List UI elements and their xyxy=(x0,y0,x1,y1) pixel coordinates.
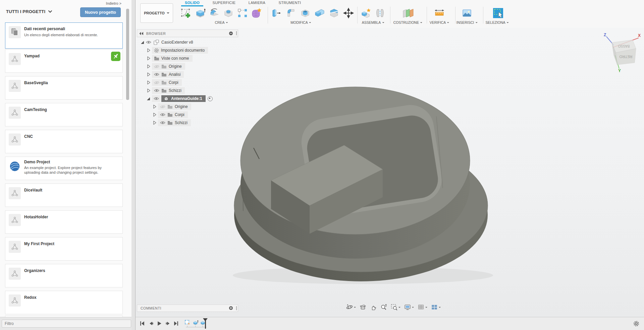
add-comment-icon[interactable] xyxy=(229,306,233,310)
eye-hidden-icon[interactable] xyxy=(154,81,159,85)
eye-visible-icon[interactable] xyxy=(160,121,165,124)
tab-strumenti[interactable]: STRUMENTI xyxy=(279,1,301,5)
create-sketch-button[interactable] xyxy=(180,7,192,19)
panel-grip[interactable] xyxy=(236,306,237,310)
tree-row-document-settings[interactable]: Impostazioni documento xyxy=(146,46,208,54)
collapse-panel-icon[interactable] xyxy=(139,32,144,36)
window-zoom-button[interactable] xyxy=(390,303,401,311)
group-label-inserisci[interactable]: INSERISCI xyxy=(457,20,478,24)
sidebar-scrollbar-thumb[interactable] xyxy=(126,9,129,100)
eye-visible-icon[interactable] xyxy=(154,97,159,100)
filter-input[interactable] xyxy=(2,320,131,328)
press-pull-button[interactable] xyxy=(271,7,282,19)
grid-layout-button[interactable] xyxy=(417,303,428,311)
back-link[interactable]: Indietro > xyxy=(106,1,121,5)
viewport-canvas[interactable]: BROWSER CasioExtender v8 Impostazioni do… xyxy=(136,28,644,317)
project-card-myfirstproject[interactable]: My First Project xyxy=(5,237,123,261)
project-card-camtesting[interactable]: CamTesting xyxy=(5,103,123,126)
group-label-seleziona[interactable]: SELEZIONA xyxy=(486,20,509,24)
expander-collapsed-icon[interactable] xyxy=(146,48,151,52)
zoom-button[interactable] xyxy=(380,303,388,311)
view-cube[interactable]: Z X Y BASSO RETRO xyxy=(600,31,641,73)
step-back-button[interactable] xyxy=(148,321,154,326)
display-settings-button[interactable] xyxy=(404,303,415,311)
viewcube-face-retro[interactable]: RETRO xyxy=(619,55,632,59)
combine-button[interactable] xyxy=(314,7,325,19)
all-projects-header[interactable]: TUTTI I PROGETTI xyxy=(6,9,52,14)
group-label-modifica[interactable]: MODIFICA xyxy=(290,20,311,24)
eye-visible-icon[interactable] xyxy=(160,113,165,116)
project-menu-button[interactable]: PROGETTO xyxy=(140,3,173,23)
look-at-button[interactable] xyxy=(359,303,367,311)
group-label-costruzione[interactable]: COSTRUZIONE xyxy=(393,20,422,24)
eye-visible-icon[interactable] xyxy=(154,89,159,92)
tree-row-sketches[interactable]: Schizzi xyxy=(146,87,185,95)
shell-button[interactable] xyxy=(300,7,311,19)
viewcube-face-basso[interactable]: BASSO xyxy=(618,44,630,48)
expander-collapsed-icon[interactable] xyxy=(152,113,157,117)
expander-collapsed-icon[interactable] xyxy=(146,64,151,68)
project-card-cnc[interactable]: CNC xyxy=(5,130,123,153)
move-copy-button[interactable] xyxy=(343,7,354,19)
project-card-yampad[interactable]: Yampad xyxy=(5,49,123,73)
tab-superficie[interactable]: SUPERFICIE xyxy=(212,1,235,5)
tree-row-component-selected[interactable]: AntennaGuide:1 xyxy=(146,95,213,103)
expander-collapsed-icon[interactable] xyxy=(146,89,151,93)
revolve-button[interactable] xyxy=(209,7,220,19)
comments-panel[interactable]: COMMENTI xyxy=(137,305,238,312)
rectangular-pattern-button[interactable] xyxy=(237,7,248,19)
select-button[interactable] xyxy=(492,7,504,19)
component-activate-radio[interactable] xyxy=(208,96,213,101)
tree-row-origin[interactable]: Origine xyxy=(146,62,185,70)
pinned-badge-icon[interactable] xyxy=(111,52,120,61)
tree-row-bodies-child[interactable]: Corpi xyxy=(152,111,188,119)
tree-row-document[interactable]: CasioExtender v8 xyxy=(140,38,193,46)
pan-button[interactable] xyxy=(369,303,377,311)
skip-to-end-button[interactable] xyxy=(173,321,179,326)
play-button[interactable] xyxy=(156,321,162,326)
tree-row-bodies[interactable]: Corpi xyxy=(146,78,182,87)
tree-row-named-views[interactable]: Viste con nome xyxy=(146,54,193,62)
insert-image-button[interactable] xyxy=(461,7,473,19)
fillet-button[interactable] xyxy=(285,7,297,19)
new-project-button[interactable]: Nuovo progetto xyxy=(80,7,121,17)
panel-grip[interactable] xyxy=(236,31,237,35)
project-card-dicevault[interactable]: DiceVault xyxy=(5,183,123,207)
expander-collapsed-icon[interactable] xyxy=(146,56,151,60)
tree-row-origin-child[interactable]: Origine xyxy=(152,103,191,111)
tab-lamiera[interactable]: LAMIERA xyxy=(249,1,265,5)
viewports-button[interactable] xyxy=(430,303,441,311)
project-card-basesveglia[interactable]: BaseSveglia xyxy=(5,76,123,100)
project-card-demo[interactable]: Demo Project An example project. Explore… xyxy=(5,157,123,180)
measure-button[interactable] xyxy=(434,7,445,19)
group-label-verifica[interactable]: VERIFICA xyxy=(430,20,449,24)
expander-expanded-icon[interactable] xyxy=(140,41,145,44)
hole-button[interactable] xyxy=(223,7,234,19)
construction-plane-button[interactable] xyxy=(401,7,415,19)
project-card-redox[interactable]: Redox xyxy=(5,291,123,314)
group-label-crea[interactable]: CREA xyxy=(215,20,228,24)
expander-collapsed-icon[interactable] xyxy=(146,80,151,85)
timeline-extrude-feature[interactable] xyxy=(193,320,199,326)
expander-expanded-icon[interactable] xyxy=(146,97,151,101)
eye-hidden-icon[interactable] xyxy=(160,105,165,109)
tab-solido[interactable]: SOLIDO xyxy=(185,1,200,5)
eye-visible-icon[interactable] xyxy=(146,41,151,44)
project-card-hotasholder[interactable]: HotasHolder xyxy=(5,210,123,234)
tree-row-analysis[interactable]: Analisi xyxy=(146,70,184,78)
timeline-position-marker[interactable] xyxy=(203,318,208,329)
joint-button[interactable] xyxy=(374,7,386,19)
project-card-organizers[interactable]: Organizers xyxy=(5,264,123,287)
split-body-button[interactable] xyxy=(328,7,340,19)
expander-collapsed-icon[interactable] xyxy=(146,72,151,76)
browser-header[interactable]: BROWSER xyxy=(137,30,238,37)
create-form-button[interactable] xyxy=(251,7,262,19)
step-forward-button[interactable] xyxy=(165,321,171,326)
orbit-button[interactable] xyxy=(345,303,357,311)
eye-visible-icon[interactable] xyxy=(154,73,159,76)
skip-to-start-button[interactable] xyxy=(140,321,145,326)
extrude-button[interactable] xyxy=(195,7,206,19)
group-label-assembla[interactable]: ASSEMBLA xyxy=(362,20,384,24)
panel-display-icon[interactable] xyxy=(229,31,233,36)
settings-gear-icon[interactable] xyxy=(633,321,639,327)
